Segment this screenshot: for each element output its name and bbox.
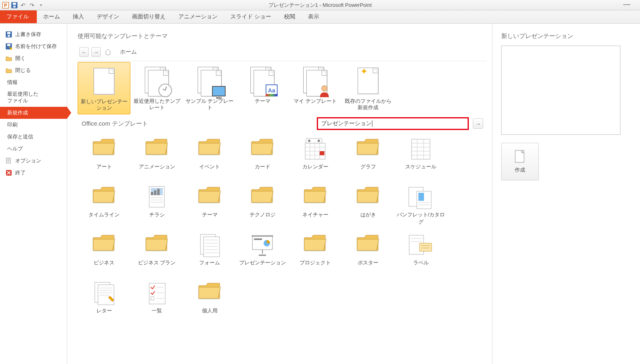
- svg-rect-36: [157, 189, 160, 195]
- sidebar-item-save-as[interactable]: 名前を付けて保存: [0, 40, 67, 52]
- category-event[interactable]: イベント: [183, 134, 236, 182]
- category-theme[interactable]: テーマ: [183, 182, 236, 230]
- sidebar-item-exit[interactable]: 終了: [0, 167, 67, 179]
- template-search-input[interactable]: プレゼンテーション: [317, 117, 469, 130]
- sidebar-item-new[interactable]: 新規作成: [0, 107, 67, 119]
- svg-rect-61: [420, 243, 432, 251]
- sidebar-item-open[interactable]: 開く: [0, 52, 67, 64]
- template-label: テーマ: [255, 98, 270, 104]
- office-templates-header: Office.com テンプレート プレゼンテーション →: [78, 117, 483, 130]
- category-business[interactable]: ビジネス: [78, 230, 130, 278]
- sidebar-item-help[interactable]: ヘルプ: [0, 143, 67, 155]
- template-sample[interactable]: サンプル テンプレート: [183, 62, 236, 114]
- create-label: 作成: [515, 166, 525, 174]
- options-icon: [6, 158, 12, 164]
- sidebar-item-print[interactable]: 印刷: [0, 119, 67, 131]
- search-go-button[interactable]: →: [473, 118, 483, 129]
- category-schedule[interactable]: スケジュール: [394, 134, 447, 182]
- tab-animations[interactable]: アニメーション: [172, 10, 224, 23]
- nav-forward-button[interactable]: →: [91, 47, 101, 57]
- category-calendar[interactable]: カレンダー: [289, 134, 342, 182]
- category-grid: アート アニメーション イベント カード カレンダー グラフ スケジュール タイ…: [78, 134, 483, 326]
- sidebar-item-recent[interactable]: 最近使用した ファイル: [0, 88, 67, 107]
- tab-home[interactable]: ホーム: [37, 10, 66, 23]
- tab-design[interactable]: デザイン: [90, 10, 126, 23]
- undo-icon[interactable]: ↶: [20, 2, 26, 8]
- category-poster[interactable]: ポスター: [342, 230, 394, 278]
- window-title: プレゼンテーション1 - Microsoft PowerPoint: [268, 2, 372, 9]
- sidebar-item-share[interactable]: 保存と送信: [0, 131, 67, 143]
- backstage-sidebar: 上書き保存 名前を付けて保存 開く 閉じる 情報 最近使用した ファイル 新規作…: [0, 24, 67, 364]
- redo-icon[interactable]: ↷: [29, 2, 35, 8]
- sidebar-item-save[interactable]: 上書き保存: [0, 28, 67, 40]
- template-themes[interactable]: Aa テーマ: [236, 62, 289, 114]
- templates-heading: 使用可能なテンプレートとテーマ: [78, 32, 486, 40]
- save-icon[interactable]: [11, 2, 18, 8]
- category-list[interactable]: 一覧: [130, 278, 183, 326]
- preview-heading: 新しいプレゼンテーション: [501, 32, 634, 40]
- category-flyer[interactable]: チラシ: [130, 182, 183, 230]
- sidebar-item-label: 開く: [15, 55, 26, 62]
- category-business-plan[interactable]: ビジネス プラン: [130, 230, 183, 278]
- svg-rect-2: [13, 6, 16, 8]
- category-technology[interactable]: テクノロジ: [236, 182, 289, 230]
- qat-dropdown-icon[interactable]: ▾: [38, 2, 44, 8]
- slide-preview: [501, 46, 620, 135]
- sidebar-item-options[interactable]: オプション: [0, 155, 67, 167]
- svg-rect-54: [254, 238, 262, 240]
- sidebar-item-label: 最近使用した ファイル: [7, 91, 38, 104]
- category-letter[interactable]: レター: [78, 278, 130, 326]
- template-my-templates[interactable]: マイ テンプレート: [289, 62, 342, 114]
- quick-access-toolbar: P ↶ ↷ ▾: [0, 2, 44, 8]
- powerpoint-app-icon: P: [2, 2, 9, 8]
- tab-view[interactable]: 表示: [302, 10, 326, 23]
- svg-rect-1: [13, 3, 16, 5]
- category-timeline[interactable]: タイムライン: [78, 182, 130, 230]
- tab-transitions[interactable]: 画面切り替え: [126, 10, 172, 23]
- category-project[interactable]: プロジェクト: [289, 230, 342, 278]
- category-nature[interactable]: ネイチャー: [289, 182, 342, 230]
- category-pamphlet[interactable]: パンフレット/カタログ: [394, 182, 447, 230]
- tab-review[interactable]: 校閲: [278, 10, 302, 23]
- template-label: 新しいプレゼンテーション: [79, 98, 129, 111]
- category-card[interactable]: カード: [236, 134, 289, 182]
- tab-insert[interactable]: 挿入: [66, 10, 90, 23]
- sidebar-item-label: 新規作成: [7, 109, 28, 116]
- category-postcard[interactable]: はがき: [342, 182, 394, 230]
- category-personal[interactable]: 個人用: [183, 278, 236, 326]
- nav-home-button[interactable]: [103, 47, 113, 57]
- template-blank-presentation[interactable]: 新しいプレゼンテーション: [78, 62, 130, 114]
- breadcrumb[interactable]: ホーム: [120, 48, 137, 56]
- exit-icon: [6, 170, 12, 176]
- tab-slideshow[interactable]: スライド ショー: [224, 10, 278, 23]
- sidebar-item-close[interactable]: 閉じる: [0, 64, 67, 76]
- sidebar-item-info[interactable]: 情報: [0, 76, 67, 88]
- svg-rect-25: [412, 139, 430, 159]
- category-animation[interactable]: アニメーション: [130, 134, 183, 182]
- svg-point-13: [322, 86, 327, 91]
- category-form[interactable]: フォーム: [183, 230, 236, 278]
- close-folder-icon: [6, 67, 12, 74]
- svg-rect-35: [154, 190, 156, 195]
- create-button[interactable]: 作成: [501, 143, 539, 180]
- svg-point-16: [318, 140, 320, 142]
- category-label[interactable]: ラベル: [394, 230, 447, 278]
- svg-rect-34: [151, 192, 153, 195]
- template-recent[interactable]: 最近使用したテンプレート: [130, 62, 183, 114]
- tab-file[interactable]: ファイル: [0, 10, 37, 23]
- category-chart[interactable]: グラフ: [342, 134, 394, 182]
- minimize-button[interactable]: —: [623, 2, 630, 6]
- category-art[interactable]: アート: [78, 134, 130, 182]
- template-from-existing[interactable]: ✦ 既存のファイルから 新規作成: [342, 62, 394, 114]
- svg-rect-24: [320, 151, 324, 155]
- nav-back-button[interactable]: ←: [79, 47, 89, 57]
- template-label: 既存のファイルから 新規作成: [345, 98, 392, 110]
- template-navbar: ← → ホーム: [78, 46, 486, 61]
- sidebar-item-label: 終了: [15, 169, 26, 176]
- save-as-icon: [6, 43, 12, 50]
- category-presentation[interactable]: プレゼンテーション: [236, 230, 289, 278]
- sidebar-item-label: オプション: [15, 157, 41, 164]
- templates-scroll[interactable]: 新しいプレゼンテーション 最近使用したテンプレート サンプル テンプレート Aa…: [78, 61, 486, 364]
- template-label: マイ テンプレート: [294, 98, 337, 104]
- title-bar: P ↶ ↷ ▾ プレゼンテーション1 - Microsoft PowerPoin…: [0, 0, 640, 10]
